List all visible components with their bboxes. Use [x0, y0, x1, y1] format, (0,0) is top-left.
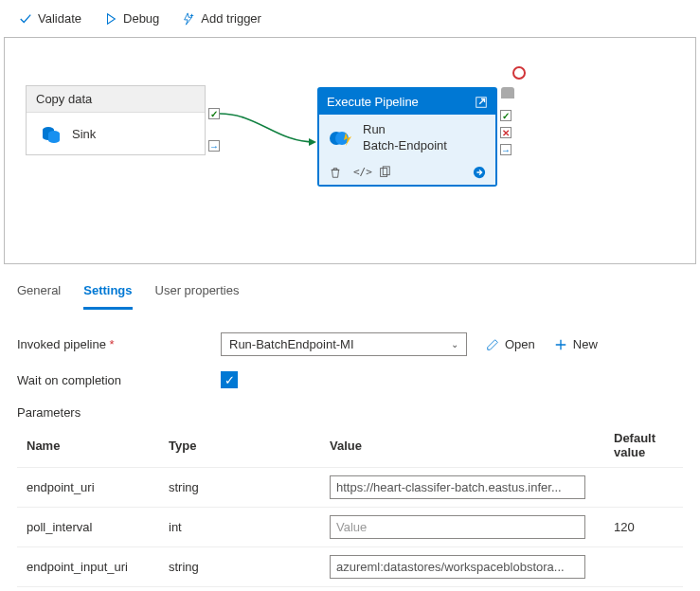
- table-row: endpoint_uristringhttps://heart-classife…: [17, 468, 683, 508]
- param-header-value: Value: [320, 423, 604, 468]
- open-external-icon[interactable]: [475, 96, 488, 109]
- breakpoint-indicator[interactable]: [512, 66, 526, 80]
- exec-line2: Batch-Endpoint: [363, 138, 447, 154]
- table-row: poll_intervalintValue120: [17, 508, 683, 547]
- exec-line1: Run: [363, 122, 447, 138]
- chevron-down-icon: ⌄: [451, 339, 458, 349]
- execute-pipeline-title: Execute Pipeline: [327, 95, 419, 109]
- pipeline-canvas[interactable]: Copy data Sink ✓ → Execute Pipeline Run …: [4, 37, 696, 264]
- param-header-default: Default value: [604, 423, 683, 468]
- delete-icon[interactable]: [329, 166, 342, 179]
- param-default: [604, 468, 683, 508]
- table-row: endpoint_output_uristringazureml:datasto…: [17, 587, 683, 592]
- debug-label: Debug: [123, 11, 159, 26]
- code-icon[interactable]: </>: [353, 166, 367, 179]
- param-default: 120: [604, 508, 683, 547]
- wait-on-completion-label: Wait on completion: [17, 373, 221, 387]
- param-name: endpoint_uri: [17, 468, 159, 508]
- copy-data-title: Copy data: [27, 86, 205, 113]
- exec-output-port[interactable]: →: [500, 144, 512, 155]
- output-success-port[interactable]: ✓: [208, 108, 220, 119]
- param-value-input[interactable]: Value: [330, 515, 585, 539]
- lightning-plus-icon: [182, 12, 195, 26]
- debug-button[interactable]: Debug: [97, 8, 167, 29]
- param-type: string: [159, 468, 320, 508]
- table-row: endpoint_input_uristringazureml:datastor…: [17, 547, 683, 587]
- exec-failure-port[interactable]: ✕: [500, 127, 512, 138]
- param-header-name: Name: [17, 423, 159, 468]
- connector-arrow: [220, 110, 319, 148]
- validate-label: Validate: [38, 11, 81, 26]
- plus-icon: [554, 338, 567, 351]
- node-collapse-handle[interactable]: [501, 87, 514, 98]
- param-name: endpoint_input_uri: [17, 547, 159, 587]
- output-port[interactable]: →: [208, 140, 220, 152]
- play-icon: [104, 12, 117, 26]
- param-type: int: [159, 508, 320, 547]
- execute-pipeline-activity[interactable]: Execute Pipeline Run Batch-Endpoint </>: [317, 87, 497, 187]
- validate-button[interactable]: Validate: [11, 8, 89, 29]
- tab-general[interactable]: General: [17, 278, 61, 310]
- parameters-table: Name Type Value Default value endpoint_u…: [17, 423, 683, 591]
- param-type: string: [159, 587, 320, 592]
- open-label: Open: [505, 337, 535, 351]
- invoked-pipeline-dropdown[interactable]: Run-BatchEndpoint-MI ⌄: [221, 332, 467, 356]
- param-name: endpoint_output_uri: [17, 587, 159, 592]
- copy-data-body: Sink: [72, 127, 96, 141]
- invoked-pipeline-label: Invoked pipeline: [17, 337, 106, 351]
- check-icon: [19, 12, 32, 26]
- param-type: string: [159, 547, 320, 587]
- add-trigger-button[interactable]: Add trigger: [174, 8, 269, 29]
- param-default: [604, 587, 683, 592]
- copy-data-activity[interactable]: Copy data Sink: [26, 85, 206, 155]
- param-name: poll_interval: [17, 508, 159, 547]
- required-indicator: *: [110, 337, 115, 351]
- parameters-label: Parameters: [17, 396, 683, 423]
- param-default: [604, 547, 683, 587]
- param-header-type: Type: [159, 423, 320, 468]
- param-value-input[interactable]: azureml:datastores/workspaceblobstora...: [330, 555, 585, 579]
- tab-settings[interactable]: Settings: [83, 278, 132, 310]
- database-icon: [40, 122, 63, 145]
- invoked-pipeline-value: Run-BatchEndpoint-MI: [229, 337, 354, 351]
- add-trigger-label: Add trigger: [201, 11, 261, 26]
- pipeline-run-icon: [329, 127, 355, 150]
- param-value-input[interactable]: https://heart-classifer-batch.eastus.inf…: [330, 475, 585, 499]
- open-pipeline-button[interactable]: Open: [486, 337, 535, 351]
- wait-on-completion-checkbox[interactable]: ✓: [221, 371, 238, 388]
- new-label: New: [573, 337, 598, 351]
- exec-success-port[interactable]: ✓: [500, 110, 512, 121]
- new-pipeline-button[interactable]: New: [554, 337, 598, 351]
- copy-icon[interactable]: [378, 166, 391, 179]
- tab-user-properties[interactable]: User properties: [155, 278, 240, 310]
- proceed-icon[interactable]: [473, 166, 486, 179]
- pencil-icon: [486, 338, 499, 351]
